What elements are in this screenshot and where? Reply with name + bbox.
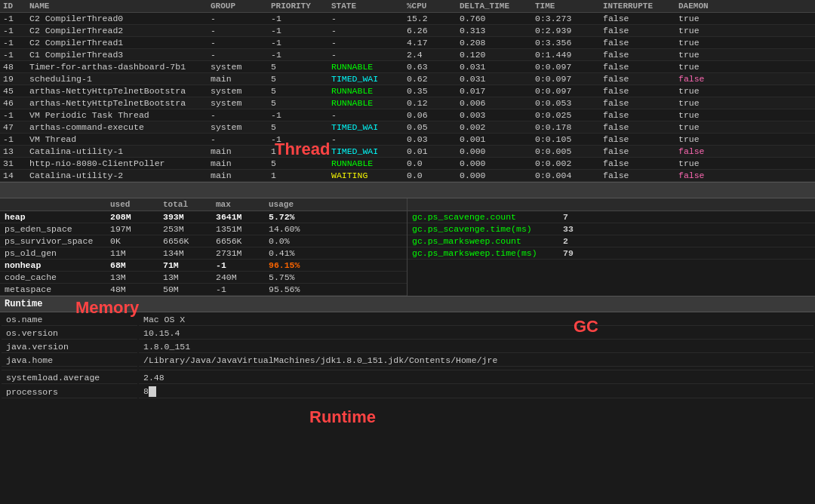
thread-cell: -1	[271, 134, 331, 144]
gc-table-section: gc.ps_scavenge.count7gc.ps_scavenge.time…	[408, 198, 815, 296]
thread-cell: -	[331, 26, 407, 35]
cursor	[149, 386, 156, 397]
thread-cell: arthas-NettyHttpTelnetBootstra	[29, 98, 211, 108]
thread-cell: C1 CompilerThread3	[29, 50, 211, 60]
table-row: 13Catalina-utility-1main1TIMED_WAI0.010.…	[0, 146, 815, 158]
mem-cell: 253M	[163, 224, 216, 234]
thread-cell: 0:0.005	[535, 146, 603, 156]
thread-cell: 5	[271, 98, 331, 108]
mem-col-name	[5, 200, 110, 209]
thread-cell: 0:1.449	[535, 50, 603, 60]
thread-cell: 1	[271, 171, 331, 180]
thread-cell: arthas-NettyHttpTelnetBootstra	[29, 86, 211, 96]
thread-cell: false	[603, 146, 678, 156]
thread-cell: C2 CompilerThread0	[29, 14, 211, 23]
memory-header: used total max usage	[0, 198, 407, 211]
gc-key: gc.ps_marksweep.time(ms)	[412, 248, 563, 258]
thread-section: ID NAME GROUP PRIORITY STATE %CPU DELTA_…	[0, 0, 815, 182]
mem-cell: 6656K	[216, 236, 269, 246]
thread-cell: false	[603, 38, 678, 48]
thread-cell: 0.63	[407, 62, 460, 72]
thread-cell: 6.26	[407, 26, 460, 35]
thread-cell: 0:0.097	[535, 86, 603, 96]
col-header-cpu: %CPU	[407, 2, 460, 11]
thread-cell: false	[603, 134, 678, 144]
thread-cell: 0.002	[460, 122, 535, 132]
list-item: processors8	[2, 386, 813, 398]
gc-rows-container: gc.ps_scavenge.count7gc.ps_scavenge.time…	[408, 211, 815, 260]
thread-cell: true	[678, 62, 731, 72]
thread-cell: 31	[3, 158, 29, 168]
runtime-key: systemload.average	[2, 372, 137, 384]
thread-cell: -1	[3, 38, 29, 48]
thread-cell: Catalina-utility-2	[29, 171, 211, 180]
table-row: 14Catalina-utility-2main1WAITING0.00.000…	[0, 170, 815, 182]
thread-cell: system	[211, 122, 271, 132]
gc-value: 79	[563, 248, 601, 258]
thread-cell: 0.031	[460, 62, 535, 72]
thread-cell: 0.0	[407, 171, 460, 180]
thread-cell: true	[678, 86, 731, 96]
thread-cell: 0:0.105	[535, 134, 603, 144]
mem-cell: heap	[5, 212, 110, 222]
thread-cell: 1	[271, 146, 331, 156]
thread-cell: 4.17	[407, 38, 460, 48]
thread-cell: scheduling-1	[29, 74, 211, 84]
list-item: os.nameMac OS X	[2, 314, 813, 326]
thread-cell: true	[678, 14, 731, 23]
thread-cell: -1	[271, 38, 331, 48]
thread-cell: -	[331, 50, 407, 60]
runtime-key: processors	[2, 386, 137, 398]
thread-cell: 46	[3, 98, 29, 108]
thread-cell: 0.12	[407, 98, 460, 108]
runtime-value: Mac OS X	[139, 314, 813, 326]
runtime-value: 2.48	[139, 372, 813, 384]
thread-cell: 0.001	[460, 134, 535, 144]
list-item: gc.ps_scavenge.count7	[408, 211, 815, 223]
thread-cell: 14	[3, 171, 29, 180]
thread-cell: RUNNABLE	[331, 158, 407, 168]
thread-cell: -1	[271, 26, 331, 35]
thread-cell: RUNNABLE	[331, 62, 407, 72]
dashboard: ID NAME GROUP PRIORITY STATE %CPU DELTA_…	[0, 0, 815, 504]
table-row: -1VM Periodic Task Thread--1-0.060.0030:…	[0, 109, 815, 121]
gc-value: 7	[563, 212, 601, 222]
thread-cell: -1	[271, 50, 331, 60]
list-item: gc.ps_scavenge.time(ms)33	[408, 223, 815, 235]
thread-cell: 13	[3, 146, 29, 156]
thread-cell: 0.03	[407, 134, 460, 144]
thread-cell: TIMED_WAI	[331, 146, 407, 156]
mem-cell: 6656K	[163, 236, 216, 246]
thread-cell: false	[603, 171, 678, 180]
mem-cell: 71M	[163, 260, 216, 270]
mem-cell: 11M	[110, 248, 163, 258]
thread-cell: VM Thread	[29, 134, 211, 144]
mem-cell: -1	[216, 260, 269, 270]
thread-cell: 0:0.002	[535, 158, 603, 168]
thread-cell: 5	[271, 62, 331, 72]
thread-cell: false	[678, 171, 731, 180]
thread-cell: main	[211, 158, 271, 168]
thread-cell: 2.4	[407, 50, 460, 60]
runtime-value: 1.8.0_151	[139, 341, 813, 353]
thread-cell: arthas-command-execute	[29, 122, 211, 132]
thread-cell: 5	[271, 74, 331, 84]
mem-cell: metaspace	[5, 284, 110, 294]
table-row: -1C1 CompilerThread3--1-2.40.1200:1.449f…	[0, 49, 815, 61]
thread-cell: system	[211, 62, 271, 72]
thread-rows-container: -1C2 CompilerThread0--1-15.20.7600:3.273…	[0, 13, 815, 182]
list-item: metaspace48M50M-195.56%	[0, 284, 407, 296]
mem-cell: 68M	[110, 260, 163, 270]
list-item	[2, 368, 813, 370]
col-header-group: GROUP	[211, 2, 271, 11]
mem-cell: 2731M	[216, 248, 269, 258]
list-item: java.home/Library/Java/JavaVirtualMachin…	[2, 355, 813, 367]
thread-cell: true	[678, 134, 731, 144]
mem-cell: 5.75%	[269, 272, 321, 282]
thread-cell: main	[211, 74, 271, 84]
thread-cell: -	[211, 50, 271, 60]
thread-cell: 0:2.939	[535, 26, 603, 35]
thread-cell: false	[603, 50, 678, 60]
thread-cell: -	[211, 134, 271, 144]
thread-cell: 0.01	[407, 146, 460, 156]
